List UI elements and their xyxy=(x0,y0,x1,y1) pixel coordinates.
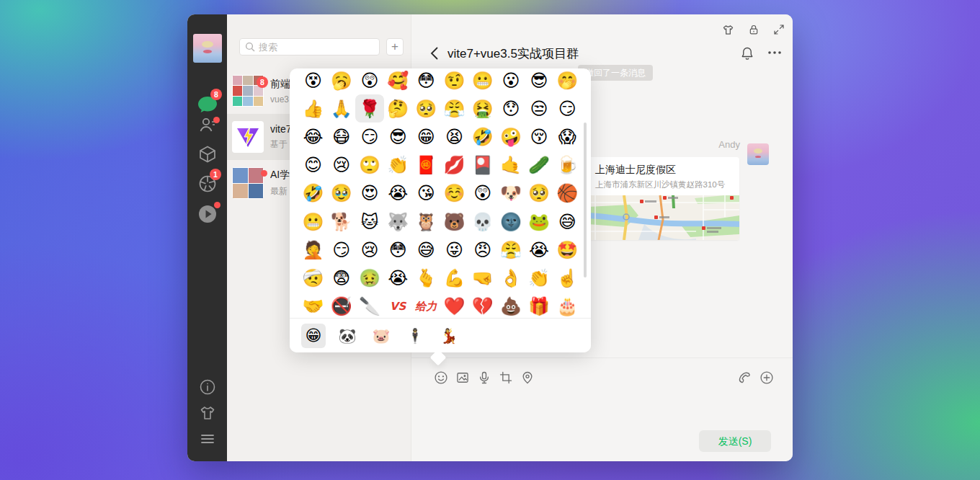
emoji-cell[interactable]: 😵 xyxy=(299,68,327,94)
emoji-cell[interactable]: 👍 xyxy=(299,94,327,123)
send-button[interactable]: 发送(S) xyxy=(699,430,771,452)
emoji-cell[interactable]: 🐱 xyxy=(355,208,383,236)
emoji-cell[interactable]: 🥹 xyxy=(327,179,355,208)
bell-icon[interactable] xyxy=(741,46,754,61)
call-icon[interactable] xyxy=(736,370,751,385)
emoji-cell[interactable]: 😤 xyxy=(440,94,468,123)
lock-icon[interactable] xyxy=(748,24,760,36)
emoji-cell[interactable]: 😭 xyxy=(384,179,412,208)
emoji-cell[interactable]: 💪 xyxy=(440,264,468,292)
emoji-cell[interactable]: 🍺 xyxy=(553,151,582,179)
emoji-cell[interactable]: ☺️ xyxy=(440,179,468,208)
emoji-tab-default[interactable]: 😁 xyxy=(301,324,326,348)
emoji-cell[interactable]: 😷 xyxy=(327,123,355,151)
emoji-cell[interactable]: 😍 xyxy=(355,179,383,208)
sticker-pack-tab-4[interactable]: 💃 xyxy=(437,324,461,348)
nav-chats[interactable] xyxy=(187,95,227,115)
emoji-cell[interactable]: 🥺 xyxy=(412,94,440,123)
emoji-cell[interactable]: 🐶 xyxy=(496,179,525,208)
emoji-cell[interactable]: 🦉 xyxy=(412,208,440,236)
emoji-cell[interactable]: 😅 xyxy=(412,236,440,264)
emoji-cell[interactable]: 🥱 xyxy=(327,68,355,94)
emoji-cell[interactable]: 🤪 xyxy=(496,123,525,151)
emoji-cell[interactable]: 😘 xyxy=(412,179,440,208)
emoji-cell[interactable]: 🥺 xyxy=(525,179,553,208)
emoji-scroll-area[interactable]: 😵🥱😲🥰😳🤨😬😮😎🤭👍🙏🌹🤔🥺😤🤮😯😒😏😂😷😏😎😁😫🤣🤪😚😱😊😢🙄👏🧧💋🎴🤙🥒🍺… xyxy=(290,68,591,318)
emoji-cell[interactable]: 😏 xyxy=(355,123,383,151)
more-icon[interactable] xyxy=(767,50,782,55)
emoji-cell[interactable]: ☝️ xyxy=(553,264,582,292)
emoji-cell[interactable]: 🤕 xyxy=(299,264,327,292)
emoji-cell[interactable]: 😏 xyxy=(327,236,355,264)
emoji-cell[interactable]: 🤜 xyxy=(468,264,496,292)
emoji-icon[interactable] xyxy=(434,370,448,385)
emoji-cell[interactable]: 🎂 xyxy=(553,293,582,319)
emoji-cell[interactable]: 🤮 xyxy=(468,94,496,123)
nav-collect[interactable] xyxy=(187,145,227,164)
emoji-cell[interactable]: 👏 xyxy=(525,264,553,292)
emoji-cell[interactable]: 👏 xyxy=(384,151,412,179)
emoji-cell[interactable]: 🐻 xyxy=(440,208,468,236)
emoji-cell[interactable]: 🫰 xyxy=(412,264,440,292)
sticker-pack-tab-3[interactable]: 🕴 xyxy=(403,324,427,348)
emoji-cell[interactable]: 😎 xyxy=(525,68,553,94)
nav-channels[interactable] xyxy=(187,204,227,224)
emoji-cell[interactable]: 🤭 xyxy=(553,68,582,94)
search-box[interactable] xyxy=(239,38,380,55)
emoji-cell[interactable]: 😳 xyxy=(412,68,440,94)
nav-clothes[interactable] xyxy=(187,404,227,422)
emoji-cell[interactable]: 😂 xyxy=(299,123,327,151)
emoji-panel-scrollbar[interactable] xyxy=(584,123,587,277)
emoji-cell[interactable]: 🥒 xyxy=(525,151,553,179)
emoji-cell[interactable]: 😯 xyxy=(496,94,525,123)
attach-icon[interactable] xyxy=(760,370,774,385)
emoji-cell[interactable]: 😮 xyxy=(496,68,525,94)
emoji-cell[interactable]: 🙄 xyxy=(355,151,383,179)
emoji-cell[interactable]: 😭 xyxy=(384,264,412,292)
emoji-cell[interactable]: 🤩 xyxy=(553,236,582,264)
emoji-cell[interactable]: 🌚 xyxy=(496,208,525,236)
emoji-cell[interactable]: 💩 xyxy=(496,293,525,319)
emoji-cell[interactable]: 🚭 xyxy=(327,293,355,319)
nav-menu[interactable] xyxy=(187,430,227,448)
emoji-cell[interactable]: 🤢 xyxy=(355,264,383,292)
emoji-cell[interactable]: 🙏 xyxy=(327,94,355,123)
emoji-cell[interactable]: 🤔 xyxy=(384,94,412,123)
emoji-cell[interactable]: 🤦 xyxy=(299,236,327,264)
emoji-cell[interactable]: 🥰 xyxy=(384,68,412,94)
microphone-icon[interactable] xyxy=(477,370,491,385)
emoji-cell[interactable]: 🎁 xyxy=(525,293,553,319)
add-chat-button[interactable]: + xyxy=(386,38,404,55)
emoji-cell[interactable]: 🐕 xyxy=(327,208,355,236)
emoji-cell[interactable]: 💔 xyxy=(468,293,496,319)
emoji-cell[interactable]: VS xyxy=(384,293,412,319)
emoji-cell[interactable]: 😭 xyxy=(525,236,553,264)
emoji-cell[interactable]: 💋 xyxy=(440,151,468,179)
nav-moments[interactable] xyxy=(187,174,227,193)
emoji-cell[interactable]: 💀 xyxy=(468,208,496,236)
user-avatar[interactable] xyxy=(193,34,222,63)
back-icon[interactable] xyxy=(430,47,438,60)
location-message-card[interactable]: 上海迪士尼度假区 上海市浦东新区川沙镇黄赵路310号 xyxy=(588,157,739,240)
emoji-cell[interactable]: 😠 xyxy=(468,236,496,264)
emoji-cell[interactable]: 给力 xyxy=(412,293,440,319)
emoji-cell[interactable]: 🤣 xyxy=(468,123,496,151)
emoji-cell[interactable]: 🧧 xyxy=(412,151,440,179)
emoji-cell[interactable]: 😊 xyxy=(299,151,327,179)
emoji-cell[interactable]: 🐺 xyxy=(384,208,412,236)
emoji-cell[interactable]: 😎 xyxy=(384,123,412,151)
theme-icon[interactable] xyxy=(722,24,734,36)
emoji-cell[interactable]: 😱 xyxy=(553,123,582,151)
emoji-cell[interactable]: 😜 xyxy=(440,236,468,264)
emoji-cell[interactable]: 😳 xyxy=(384,236,412,264)
emoji-cell[interactable]: 🤨 xyxy=(440,68,468,94)
emoji-cell[interactable]: 🤙 xyxy=(496,151,525,179)
emoji-cell[interactable]: 😲 xyxy=(355,68,383,94)
search-input[interactable] xyxy=(259,42,367,53)
emoji-cell[interactable]: 🎴 xyxy=(468,151,496,179)
sender-avatar[interactable] xyxy=(747,143,769,165)
emoji-cell[interactable]: 😢 xyxy=(327,151,355,179)
emoji-cell[interactable]: 😲 xyxy=(468,179,496,208)
emoji-cell[interactable]: 😬 xyxy=(299,208,327,236)
screenshot-icon[interactable] xyxy=(499,370,513,385)
